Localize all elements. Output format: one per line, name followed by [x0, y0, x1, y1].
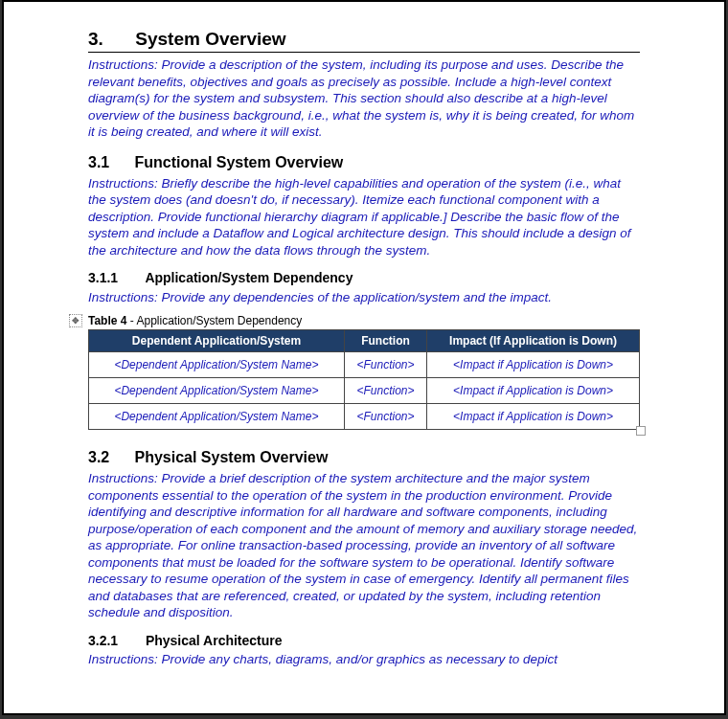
table-4-caption-bold: Table 4: [88, 314, 126, 327]
heading-3-2-1-title: Physical Architecture: [146, 633, 283, 648]
heading-3-1: 3.1 Functional System Overview: [88, 154, 640, 171]
heading-3: 3. System Overview: [88, 29, 640, 53]
instructions-3-1: Instructions: Briefly describe the high-…: [88, 175, 640, 259]
heading-3-2: 3.2 Physical System Overview: [88, 449, 640, 466]
heading-3-1-title: Functional System Overview: [134, 154, 343, 170]
table-cell: <Function>: [344, 378, 426, 404]
table-row: <Dependent Application/System Name> <Fun…: [89, 352, 640, 378]
table-cell: <Dependent Application/System Name>: [89, 378, 345, 404]
heading-3-title: System Overview: [135, 29, 285, 49]
heading-3-1-1: 3.1.1 Application/System Dependency: [88, 270, 640, 285]
table-4: Dependent Application/System Function Im…: [88, 329, 640, 430]
heading-3-1-1-number: 3.1.1: [88, 270, 142, 285]
table-4-wrapper: Dependent Application/System Function Im…: [88, 329, 640, 430]
table-4-header-1: Function: [344, 330, 426, 352]
heading-3-number: 3.: [88, 29, 130, 50]
table-4-caption: ✥ Table 4 - Application/System Dependenc…: [88, 314, 640, 327]
document-page: 3. System Overview Instructions: Provide…: [2, 0, 726, 715]
table-cell: <Dependent Application/System Name>: [89, 404, 345, 430]
table-4-caption-rest: - Application/System Dependency: [126, 314, 302, 327]
instructions-3-2-1-cut: Instructions: Provide any charts, diagra…: [88, 652, 640, 666]
heading-3-2-1-number: 3.2.1: [88, 633, 142, 648]
heading-3-1-1-title: Application/System Dependency: [145, 270, 353, 285]
table-cell: <Function>: [344, 404, 426, 430]
instructions-3: Instructions: Provide a description of t…: [88, 56, 640, 141]
instructions-3-2: Instructions: Provide a brief descriptio…: [88, 470, 640, 621]
heading-3-2-title: Physical System Overview: [134, 449, 328, 465]
table-row: <Dependent Application/System Name> <Fun…: [89, 404, 640, 430]
heading-3-2-number: 3.2: [88, 449, 130, 466]
table-cell: <Dependent Application/System Name>: [89, 352, 345, 378]
table-4-header-2: Impact (If Application is Down): [427, 330, 640, 352]
table-cell: <Impact if Application is Down>: [427, 352, 640, 378]
table-cell: <Function>: [344, 352, 426, 378]
table-row: <Dependent Application/System Name> <Fun…: [89, 378, 640, 404]
heading-3-2-1: 3.2.1 Physical Architecture: [88, 633, 640, 648]
table-4-header-0: Dependent Application/System: [89, 330, 345, 352]
table-resize-handle[interactable]: [636, 426, 646, 436]
heading-3-1-number: 3.1: [88, 154, 130, 171]
table-cell: <Impact if Application is Down>: [427, 378, 640, 404]
instructions-3-1-1: Instructions: Provide any dependencies o…: [88, 289, 640, 306]
table-anchor-icon[interactable]: ✥: [69, 314, 82, 327]
table-cell: <Impact if Application is Down>: [427, 404, 640, 430]
